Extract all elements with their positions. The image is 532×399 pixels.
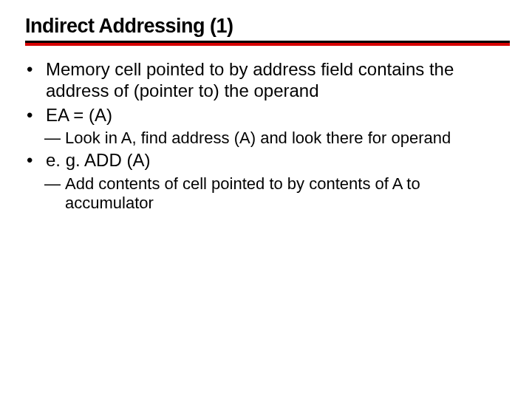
dash-icon: — <box>44 129 65 148</box>
bullet-icon: • <box>25 105 46 126</box>
bullet-2-text: EA = (A) <box>46 105 510 126</box>
bullet-icon: • <box>25 150 46 171</box>
bullet-3: • e. g. ADD (A) <box>25 150 510 171</box>
rule-red <box>25 43 510 46</box>
sub-bullet-3a: — Add contents of cell pointed to by con… <box>44 174 510 214</box>
bullet-1: • Memory cell pointed to by address fiel… <box>25 59 510 102</box>
dash-icon: — <box>44 174 65 194</box>
title-rule <box>25 41 510 46</box>
slide: Indirect Addressing (1) • Memory cell po… <box>0 0 532 236</box>
sub-bullet-2a-text: Look in A, find address (A) and look the… <box>65 129 510 148</box>
bullet-2: • EA = (A) <box>25 105 510 126</box>
bullet-1-text: Memory cell pointed to by address field … <box>46 59 510 102</box>
sub-bullet-3a-text: Add contents of cell pointed to by conte… <box>65 174 510 214</box>
slide-body: • Memory cell pointed to by address fiel… <box>25 59 510 213</box>
sub-bullet-2a: — Look in A, find address (A) and look t… <box>44 129 510 148</box>
bullet-icon: • <box>25 59 46 81</box>
slide-title: Indirect Addressing (1) <box>25 15 510 38</box>
bullet-3-text: e. g. ADD (A) <box>46 150 510 171</box>
